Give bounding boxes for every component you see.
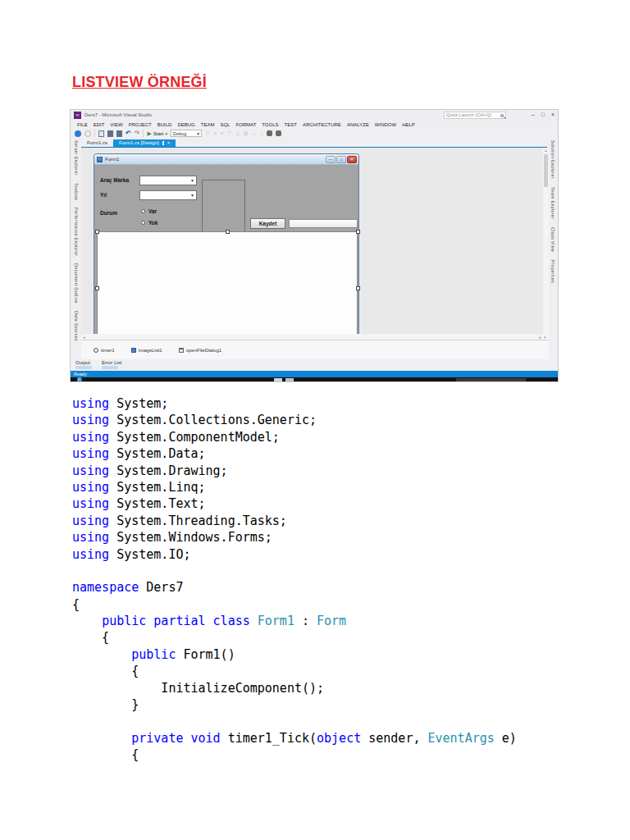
windows-taskbar	[71, 377, 558, 382]
combobox-arac-marka[interactable]: ▼	[139, 176, 197, 185]
menu-test[interactable]: TEST	[285, 122, 297, 127]
menu-debug[interactable]: DEBUG	[177, 122, 194, 127]
taskbar-tray-area	[456, 378, 526, 382]
minimize-button[interactable]: –	[532, 111, 535, 119]
document-tab-row: Form1.cs Form1.cs [Design] ×	[81, 139, 549, 148]
code-line: using System.Windows.Forms;	[72, 529, 517, 546]
sidebar-tab-server-explorer[interactable]: Server Explorer	[74, 140, 79, 176]
code-segment: using	[72, 446, 109, 461]
combobox-yil[interactable]: ▼	[139, 190, 197, 200]
sidebar-tab-class-view[interactable]: Class View	[550, 227, 555, 252]
menu-edit[interactable]: EDIT	[94, 122, 105, 127]
selection-handle[interactable]	[95, 286, 99, 290]
imagelist-icon	[131, 348, 136, 353]
picturebox[interactable]	[202, 180, 245, 232]
menu-help[interactable]: HELP	[402, 122, 415, 127]
textbox[interactable]	[289, 219, 358, 228]
code-segment: using	[72, 514, 109, 528]
code-segment: {	[72, 747, 139, 762]
code-segment: Form1	[258, 614, 294, 628]
panel-tab-error-list[interactable]: Error List	[102, 360, 121, 371]
tray-item-timer1[interactable]: timer1	[94, 348, 115, 353]
vertical-spacing-icon: ↕	[261, 130, 264, 137]
tab-form1-cs[interactable]: Form1.cs	[81, 139, 113, 147]
menu-architecture[interactable]: ARCHITECTURE	[303, 122, 341, 127]
solution-config-dropdown[interactable]: Debug▾	[171, 130, 202, 137]
menu-tools[interactable]: TOOLS	[262, 122, 278, 127]
form-title: Form1	[105, 157, 119, 162]
sidebar-tab-document-outline[interactable]: Document Outline	[74, 263, 79, 304]
selection-handle[interactable]	[356, 230, 360, 234]
sidebar-tab-team-explorer[interactable]: Team Explorer	[550, 187, 555, 219]
tray-item-imagelist1[interactable]: imageList1	[131, 348, 162, 353]
redo-icon[interactable]: ↷	[135, 130, 140, 137]
code-segment: using	[72, 463, 109, 478]
tray-item-label: imageList1	[139, 348, 162, 353]
code-line: namespace Ders7	[72, 579, 517, 596]
selection-handle[interactable]	[226, 230, 230, 234]
code-segment: System.ComponentModel;	[109, 430, 280, 445]
navigate-forward-icon[interactable]	[84, 130, 91, 137]
designer-vertical-scrollbar[interactable]: ▴▾	[543, 148, 549, 340]
link-icon[interactable]	[267, 130, 272, 136]
menu-team[interactable]: TEAM	[201, 122, 215, 127]
code-segment: Form1()	[176, 647, 235, 662]
sidebar-tab-properties[interactable]: Properties	[550, 260, 555, 283]
code-segment: System.Linq;	[109, 480, 205, 495]
link2-icon[interactable]	[276, 130, 281, 136]
menu-format[interactable]: FORMAT	[235, 122, 256, 127]
pin-icon[interactable]	[162, 141, 164, 145]
menu-sql[interactable]: SQL	[220, 122, 230, 127]
radio-var[interactable]: Var	[141, 208, 157, 214]
menu-bar: FILEEDITVIEWPROJECTBUILDDEBUGTEAMSQLFORM…	[71, 121, 558, 128]
sidebar-tab-solution-explorer[interactable]: Solution Explorer	[550, 140, 555, 179]
start-debug-button[interactable]: ▶ Start ▾	[147, 130, 167, 137]
code-line: InitializeComponent();	[72, 680, 517, 696]
maximize-button[interactable]: □	[541, 111, 545, 119]
menu-build[interactable]: BUILD	[158, 122, 172, 127]
selection-handle[interactable]	[356, 286, 360, 290]
code-line: {	[72, 663, 517, 679]
designer-horizontal-scrollbar[interactable]: ◂▸	[81, 334, 543, 340]
menu-project[interactable]: PROJECT	[129, 122, 152, 127]
new-file-icon[interactable]	[98, 130, 104, 137]
tab-close-icon[interactable]: ×	[167, 140, 171, 145]
panel-tab-output[interactable]: Output	[75, 360, 92, 371]
toolbar-separator	[143, 130, 144, 137]
kaydet-button[interactable]: Kaydet	[250, 218, 285, 229]
sidebar-tab-toolbox[interactable]: Toolbox	[74, 183, 79, 200]
menu-analyze[interactable]: ANALYZE	[347, 122, 369, 127]
listview[interactable]	[97, 231, 358, 345]
menu-file[interactable]: FILE	[77, 122, 88, 127]
close-button[interactable]: ×	[551, 111, 555, 119]
quick-launch-input[interactable]: Quick Launch (Ctrl+Q)	[444, 112, 506, 119]
taskbar-app-icon[interactable]	[285, 378, 294, 382]
save-all-icon[interactable]	[116, 130, 122, 137]
save-icon[interactable]	[107, 130, 113, 137]
start-orb-icon[interactable]	[77, 377, 82, 382]
taskbar-app-icon[interactable]	[274, 378, 282, 382]
code-line: public Form1()	[72, 646, 517, 663]
code-segment: using	[72, 530, 109, 545]
radio-yok[interactable]: Yok	[141, 220, 158, 226]
chevron-down-icon: ▼	[190, 193, 194, 198]
menu-view[interactable]: VIEW	[110, 122, 122, 127]
find-icon[interactable]: ⚐	[205, 130, 210, 137]
sidebar-tab-performance-explorer[interactable]: Performance Explorer	[74, 208, 79, 257]
tray-item-openfiledialog1[interactable]: openFileDialog1	[179, 348, 221, 353]
code-segment: using	[72, 547, 109, 562]
status-text: Ready	[74, 371, 87, 377]
vs-window-title: Ders7 - Microsoft Visual Studio	[84, 112, 152, 117]
menu-window[interactable]: WINDOW	[375, 122, 396, 127]
navigate-back-icon[interactable]	[75, 130, 81, 137]
radio-icon	[141, 221, 145, 225]
align-bottom-icon: ⊥	[235, 130, 240, 137]
designed-form-window[interactable]: Form1 — □ × Araç Marka ▼ Yıl ▼ Durum Var…	[94, 153, 359, 338]
code-line: {	[72, 629, 517, 646]
code-segment: namespace	[72, 580, 139, 595]
undo-icon[interactable]: ↶	[126, 130, 131, 137]
sidebar-tab-data-sources[interactable]: Data Sources	[74, 311, 79, 341]
tab-form1-cs-design[interactable]: Form1.cs [Design] ×	[113, 139, 176, 147]
selection-handle[interactable]	[95, 230, 99, 234]
code-segment: public	[131, 647, 176, 662]
